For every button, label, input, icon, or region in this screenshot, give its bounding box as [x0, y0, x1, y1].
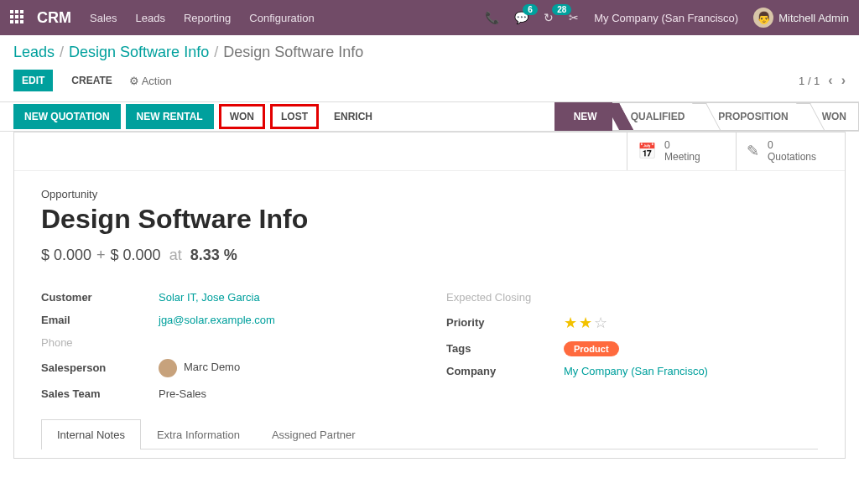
avatar-icon: 👨 [753, 8, 773, 28]
customer-value[interactable]: Solar IT, Jose Garcia [159, 291, 413, 304]
star-icon: ★ [564, 314, 579, 331]
email-value[interactable]: jga@solar.example.com [159, 314, 413, 326]
lost-button[interactable]: LOST [270, 104, 319, 129]
tab-assigned-partner[interactable]: Assigned Partner [256, 419, 372, 449]
enrich-button[interactable]: ENRICH [324, 105, 383, 128]
breadcrumb-root[interactable]: Leads [13, 44, 55, 60]
extra-revenue: $ 0.000 [111, 247, 161, 263]
nav-configuration[interactable]: Configuration [249, 12, 314, 24]
company-value[interactable]: My Company (San Francisco) [564, 365, 818, 377]
app-brand[interactable]: CRM [37, 9, 71, 27]
salesperson-avatar [159, 359, 177, 377]
nav-leads[interactable]: Leads [136, 12, 165, 24]
star-icon: ☆ [594, 314, 609, 331]
chat-icon[interactable]: 💬6 [514, 11, 528, 24]
stat-quotations[interactable]: ✎ 0Quotations [736, 132, 845, 170]
status-bar: NEW QUOTATION NEW RENTAL WON LOST ENRICH… [0, 101, 859, 132]
tab-internal-notes[interactable]: Internal Notes [41, 419, 141, 449]
user-menu[interactable]: 👨Mitchell Admin [753, 8, 849, 28]
gear-icon: ⚙ [129, 75, 139, 87]
at-label: at [169, 247, 182, 263]
top-navbar: CRM Sales Leads Reporting Configuration … [0, 0, 859, 35]
stage-new[interactable]: NEW [554, 102, 612, 131]
tools-icon[interactable]: ✂ [569, 11, 579, 24]
tab-extra-information[interactable]: Extra Information [141, 419, 256, 449]
nav-sales[interactable]: Sales [90, 12, 117, 24]
breadcrumb-mid[interactable]: Design Software Info [69, 44, 209, 60]
pager-next[interactable]: › [841, 73, 846, 88]
activity-icon[interactable]: ↻28 [544, 11, 554, 24]
expected-closing-label: Expected Closing [446, 291, 564, 304]
stat-meeting[interactable]: 📅 0Meeting [627, 132, 736, 170]
phone-icon[interactable]: 📞 [485, 11, 499, 24]
priority-stars[interactable]: ★★☆ [564, 314, 818, 332]
sheet-body: Opportunity Design Software Info $ 0.000… [14, 171, 845, 458]
company-label: Company [446, 365, 564, 377]
apps-icon[interactable] [10, 10, 25, 25]
user-name: Mitchell Admin [778, 12, 849, 24]
create-button[interactable]: CREATE [63, 70, 120, 91]
quotation-icon: ✎ [747, 142, 759, 160]
stat-buttons: 📅 0Meeting ✎ 0Quotations [14, 132, 845, 171]
nav-reporting[interactable]: Reporting [184, 12, 231, 24]
chat-badge: 6 [523, 4, 538, 15]
email-label: Email [41, 314, 159, 326]
breadcrumb-current: Design Software Info [223, 44, 363, 60]
expected-revenue-line: $ 0.000+$ 0.000at8.33 % [41, 247, 818, 264]
plus-icon: + [96, 247, 106, 263]
team-value: Pre-Sales [159, 387, 413, 400]
expected-revenue: $ 0.000 [41, 247, 91, 263]
team-label: Sales Team [41, 387, 159, 400]
star-icon: ★ [579, 314, 594, 331]
nav-menu: Sales Leads Reporting Configuration [90, 12, 315, 24]
stat-quotations-label: Quotations [768, 151, 816, 163]
company-selector[interactable]: My Company (San Francisco) [594, 12, 738, 24]
customer-label: Customer [41, 291, 159, 304]
new-quotation-button[interactable]: NEW QUOTATION [13, 104, 121, 129]
calendar-icon: 📅 [638, 142, 656, 160]
tags-label: Tags [446, 342, 564, 355]
edit-button[interactable]: EDIT [13, 70, 53, 91]
probability: 8.33 % [190, 247, 237, 263]
salesperson-label: Salesperson [41, 361, 159, 374]
opportunity-label: Opportunity [41, 188, 818, 200]
stat-meeting-count: 0 [664, 139, 700, 151]
pager: 1 / 1 ‹ › [799, 73, 846, 88]
new-rental-button[interactable]: NEW RENTAL [126, 104, 214, 129]
stat-meeting-label: Meeting [664, 151, 700, 163]
pager-value[interactable]: 1 / 1 [799, 75, 820, 87]
left-col: CustomerSolar IT, Jose Garcia Emailjga@s… [41, 286, 413, 405]
phone-label: Phone [41, 336, 159, 349]
form-sheet-wrap: 📅 0Meeting ✎ 0Quotations Opportunity Des… [0, 132, 859, 472]
action-bar: EDIT CREATE ⚙ Action 1 / 1 ‹ › [13, 70, 846, 91]
tag-product: Product [564, 341, 619, 356]
form-columns: CustomerSolar IT, Jose Garcia Emailjga@s… [41, 286, 818, 405]
nav-right: 📞 💬6 ↻28 ✂ My Company (San Francisco) 👨M… [485, 8, 849, 28]
priority-label: Priority [446, 316, 564, 329]
stage-bar: NEW QUALIFIED PROPOSITION WON [554, 102, 859, 131]
stat-quotations-count: 0 [768, 139, 816, 151]
pager-prev[interactable]: ‹ [828, 73, 832, 88]
form-sheet: 📅 0Meeting ✎ 0Quotations Opportunity Des… [13, 132, 846, 459]
control-panel: Leads/Design Software Info/Design Softwa… [0, 35, 859, 132]
right-col: Expected Closing Priority★★☆ TagsProduct… [446, 286, 818, 405]
won-button[interactable]: WON [219, 104, 265, 129]
tags-value[interactable]: Product [564, 342, 818, 355]
salesperson-value[interactable]: Marc Demo [159, 359, 413, 377]
breadcrumb: Leads/Design Software Info/Design Softwa… [13, 44, 846, 61]
opportunity-title: Design Software Info [41, 204, 818, 235]
notebook-tabs: Internal Notes Extra Information Assigne… [41, 418, 818, 449]
action-dropdown[interactable]: ⚙ Action [129, 75, 172, 87]
